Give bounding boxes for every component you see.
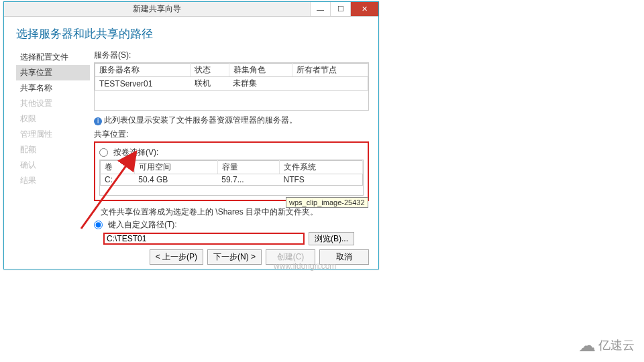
- maximize-button[interactable]: ☐: [330, 2, 350, 16]
- sidebar-step[interactable]: 结果: [16, 173, 90, 188]
- by-volume-radio[interactable]: [99, 148, 108, 157]
- sidebar-step[interactable]: 管理属性: [16, 127, 90, 142]
- wizard-window: 新建共享向导 — ☐ ✕ 选择服务器和此共享的路径 选择配置文件共享位置共享名称…: [3, 1, 379, 269]
- servers-col-header[interactable]: 所有者节点: [292, 64, 368, 77]
- volumes-header-row: 卷可用空间容量文件系统: [101, 161, 363, 174]
- custom-path-row: 浏览(B)...: [103, 232, 369, 245]
- custom-path-radio[interactable]: [94, 221, 103, 229]
- watermark-url: www.ildongri.com: [274, 261, 336, 271]
- brand-text: 亿速云: [598, 337, 635, 353]
- titlebar: 新建共享向导 — ☐ ✕: [4, 2, 378, 17]
- prev-button[interactable]: < 上一步(P): [150, 249, 203, 265]
- custom-path-radio-row: 键入自定义路径(T):: [94, 219, 369, 231]
- by-volume-radio-row: 按卷选择(V):: [99, 147, 364, 158]
- volumes-col-header[interactable]: 文件系统: [279, 161, 362, 174]
- sidebar-step[interactable]: 权限: [16, 111, 90, 127]
- sidebar-step[interactable]: 共享名称: [16, 80, 90, 96]
- volumes-col-header[interactable]: 卷: [101, 161, 135, 174]
- servers-label: 服务器(S):: [94, 50, 369, 61]
- custom-path-label: 键入自定义路径(T):: [108, 219, 177, 231]
- wizard-content: 服务器(S): 服务器名称状态群集角色所有者节点 TESTServer01联机未…: [90, 48, 378, 261]
- shares-path-note: 文件共享位置将成为选定卷上的 \Shares 目录中的新文件夹。: [101, 206, 369, 218]
- servers-col-header[interactable]: 状态: [191, 64, 229, 77]
- servers-note: i 此列表仅显示安装了文件服务器资源管理器的服务器。: [94, 115, 369, 126]
- sidebar-step[interactable]: 确认: [16, 158, 90, 173]
- servers-col-header[interactable]: 服务器名称: [95, 64, 191, 77]
- sidebar-step[interactable]: 选择配置文件: [16, 50, 90, 65]
- by-volume-label: 按卷选择(V):: [113, 147, 158, 158]
- sidebar-step[interactable]: 共享位置: [16, 65, 90, 80]
- volumes-col-header[interactable]: 容量: [217, 161, 279, 174]
- cloud-icon: ☁: [578, 337, 596, 354]
- servers-listbox[interactable]: 服务器名称状态群集角色所有者节点 TESTServer01联机未群集: [94, 62, 369, 111]
- minimize-button[interactable]: —: [310, 2, 330, 16]
- browse-button[interactable]: 浏览(B)...: [309, 232, 354, 245]
- window-buttons: — ☐ ✕: [310, 2, 378, 16]
- window-title: 新建共享向导: [4, 3, 310, 15]
- servers-col-header[interactable]: 群集角色: [229, 64, 292, 77]
- brand-watermark: ☁ 亿速云: [578, 337, 635, 354]
- volumes-table: 卷可用空间容量文件系统 C:50.4 GB59.7...NTFS: [100, 160, 363, 186]
- servers-table: 服务器名称状态群集角色所有者节点 TESTServer01联机未群集: [95, 63, 368, 90]
- servers-header-row: 服务器名称状态群集角色所有者节点: [95, 64, 368, 77]
- page-heading: 选择服务器和此共享的路径: [4, 17, 378, 48]
- next-button[interactable]: 下一步(N) >: [207, 249, 262, 265]
- share-location-legend: 共享位置:: [94, 129, 369, 140]
- volumes-col-header[interactable]: 可用空间: [134, 161, 217, 174]
- servers-note-text: 此列表仅显示安装了文件服务器资源管理器的服务器。: [104, 115, 297, 125]
- image-tooltip: wps_clip_image-25432: [286, 197, 368, 208]
- info-icon: i: [94, 117, 102, 125]
- sidebar-step[interactable]: 配额: [16, 142, 90, 158]
- sidebar-step[interactable]: 其他设置: [16, 96, 90, 111]
- custom-path-input[interactable]: [103, 233, 305, 245]
- volumes-row[interactable]: C:50.4 GB59.7...NTFS: [101, 174, 363, 186]
- servers-row[interactable]: TESTServer01联机未群集: [95, 77, 368, 90]
- volumes-listbox[interactable]: 卷可用空间容量文件系统 C:50.4 GB59.7...NTFS: [99, 160, 364, 196]
- wizard-steps-sidebar: 选择配置文件共享位置共享名称其他设置权限管理属性配额确认结果: [16, 48, 90, 261]
- close-button[interactable]: ✕: [350, 2, 378, 16]
- by-volume-section: 按卷选择(V): 卷可用空间容量文件系统 C:50.4 GB59.7...NTF…: [94, 141, 369, 201]
- wizard-body: 选择配置文件共享位置共享名称其他设置权限管理属性配额确认结果 服务器(S): 服…: [4, 48, 378, 261]
